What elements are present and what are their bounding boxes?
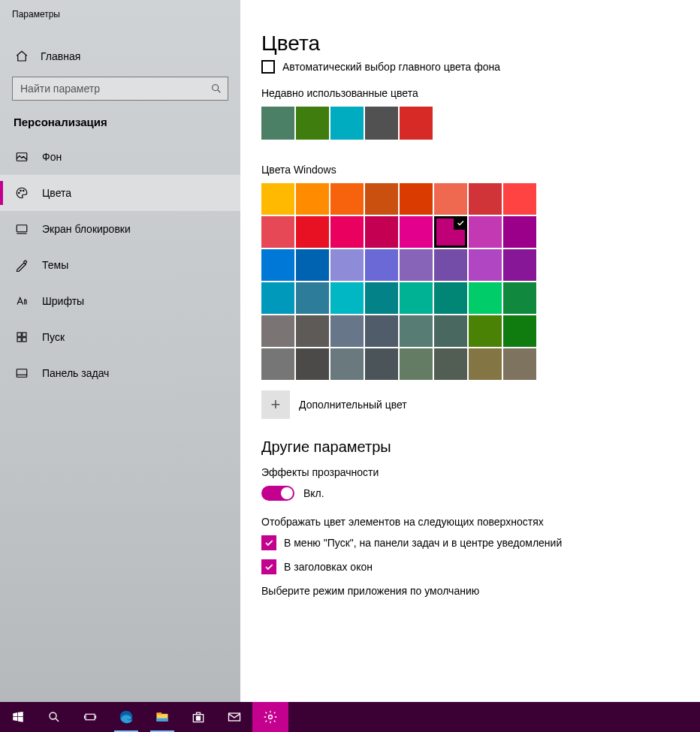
taskbar-edge[interactable] — [108, 702, 144, 732]
windows-color-swatch[interactable] — [503, 183, 536, 215]
windows-color-swatch[interactable] — [400, 183, 433, 215]
toggle-state: Вкл. — [303, 487, 324, 499]
windows-color-swatch[interactable] — [365, 216, 398, 248]
taskbar-search[interactable] — [36, 702, 72, 732]
windows-color-swatch[interactable] — [469, 183, 502, 215]
sidebar-item-lockscreen[interactable]: Экран блокировки — [0, 211, 240, 247]
windows-color-swatch[interactable] — [261, 315, 294, 347]
custom-color-button[interactable]: + Дополнительный цвет — [261, 390, 685, 419]
windows-color-swatch[interactable] — [400, 315, 433, 347]
transparency-toggle[interactable]: Вкл. — [261, 486, 685, 501]
sidebar-item-label: Фон — [42, 151, 62, 163]
taskbar-explorer[interactable] — [144, 702, 180, 732]
windows-color-swatch[interactable] — [503, 315, 536, 347]
recent-color-swatch[interactable] — [330, 107, 364, 140]
colors-icon — [15, 186, 29, 200]
taskbar-start[interactable] — [0, 702, 36, 732]
windows-color-swatch[interactable] — [296, 249, 329, 281]
recent-color-swatch[interactable] — [296, 107, 329, 140]
sidebar-item-fonts[interactable]: Шрифты — [0, 283, 240, 319]
windows-color-swatch[interactable] — [365, 183, 398, 215]
sidebar-item-colors[interactable]: Цвета — [0, 175, 240, 211]
windows-color-swatch[interactable] — [400, 216, 433, 248]
taskbar-store[interactable] — [180, 702, 216, 732]
windows-color-swatch[interactable] — [296, 282, 329, 314]
home-label: Главная — [41, 50, 80, 62]
surface-option-1[interactable]: В заголовках окон — [261, 559, 685, 574]
windows-color-swatch[interactable] — [400, 282, 433, 314]
windows-color-swatch[interactable] — [469, 249, 502, 281]
windows-color-swatch[interactable] — [330, 183, 364, 215]
windows-color-swatch[interactable] — [469, 216, 502, 248]
home-button[interactable]: Главная — [0, 42, 240, 71]
themes-icon — [15, 258, 29, 272]
windows-color-swatch[interactable] — [434, 249, 467, 281]
lockscreen-icon — [15, 222, 29, 236]
recent-colors-label: Недавно использованные цвета — [261, 87, 685, 99]
svg-point-0 — [213, 85, 219, 91]
windows-color-swatch[interactable] — [469, 315, 502, 347]
svg-rect-18 — [198, 716, 200, 718]
svg-rect-19 — [197, 718, 198, 720]
windows-color-swatch[interactable] — [503, 348, 536, 380]
search-input[interactable] — [12, 77, 228, 101]
windows-color-swatch[interactable] — [296, 315, 329, 347]
windows-colors-label: Цвета Windows — [261, 164, 685, 176]
recent-color-swatch[interactable] — [365, 107, 398, 140]
windows-color-swatch[interactable] — [365, 348, 398, 380]
windows-color-swatch[interactable] — [434, 348, 467, 380]
windows-color-swatch[interactable] — [296, 216, 329, 248]
windows-color-swatch[interactable] — [261, 183, 294, 215]
search-wrap — [12, 77, 228, 101]
sidebar-item-start[interactable]: Пуск — [0, 319, 240, 355]
sidebar-item-label: Цвета — [42, 187, 71, 199]
store-icon — [191, 709, 206, 724]
windows-color-swatch[interactable] — [330, 249, 364, 281]
windows-color-swatch[interactable] — [434, 183, 467, 215]
windows-color-swatch[interactable] — [400, 249, 433, 281]
windows-color-swatch[interactable] — [365, 282, 398, 314]
custom-color-label: Дополнительный цвет — [299, 399, 407, 411]
windows-color-swatch[interactable] — [469, 282, 502, 314]
windows-color-swatch[interactable] — [330, 282, 364, 314]
windows-color-swatch[interactable] — [261, 282, 294, 314]
taskbar-mail[interactable] — [216, 702, 252, 732]
windows-color-swatch[interactable] — [261, 348, 294, 380]
windows-color-swatch[interactable] — [434, 315, 467, 347]
sidebar-item-label: Темы — [42, 259, 68, 271]
windows-color-swatch[interactable] — [365, 315, 398, 347]
svg-rect-21 — [229, 713, 240, 721]
recent-color-swatch[interactable] — [400, 107, 433, 140]
windows-color-swatch[interactable] — [503, 282, 536, 314]
plus-icon: + — [261, 390, 290, 419]
windows-color-swatch[interactable] — [434, 216, 467, 248]
recent-color-swatch[interactable] — [261, 107, 294, 140]
fonts-icon — [15, 294, 29, 308]
svg-point-2 — [19, 192, 20, 194]
windows-color-swatch[interactable] — [400, 348, 433, 380]
windows-color-swatch[interactable] — [296, 183, 329, 215]
windows-color-swatch[interactable] — [330, 216, 364, 248]
sidebar-item-background[interactable]: Фон — [0, 139, 240, 175]
windows-color-swatch[interactable] — [503, 216, 536, 248]
windows-color-swatch[interactable] — [330, 315, 364, 347]
taskbar-settings[interactable] — [252, 702, 288, 732]
windows-color-swatch[interactable] — [434, 282, 467, 314]
taskbar-taskview[interactable] — [72, 702, 108, 732]
sidebar-item-themes[interactable]: Темы — [0, 247, 240, 283]
windows-color-swatch[interactable] — [365, 249, 398, 281]
windows-color-swatch[interactable] — [261, 249, 294, 281]
windows-color-swatch[interactable] — [296, 348, 329, 380]
surface-option-0[interactable]: В меню "Пуск", на панели задач и в центр… — [261, 535, 685, 550]
windows-color-swatch[interactable] — [330, 348, 364, 380]
sidebar-item-label: Пуск — [42, 331, 65, 343]
windows-color-swatch[interactable] — [261, 216, 294, 248]
windows-color-swatch[interactable] — [503, 249, 536, 281]
auto-pick-checkbox[interactable]: Автоматический выбор главного цвета фона — [261, 60, 685, 74]
nav: ФонЦветаЭкран блокировкиТемыШрифтыПускПа… — [0, 139, 240, 391]
windows-color-swatch[interactable] — [469, 348, 502, 380]
sidebar-item-taskbar[interactable]: Панель задач — [0, 355, 240, 391]
svg-rect-15 — [157, 712, 162, 715]
page-title: Цвета — [261, 32, 685, 56]
other-params-heading: Другие параметры — [261, 438, 685, 456]
